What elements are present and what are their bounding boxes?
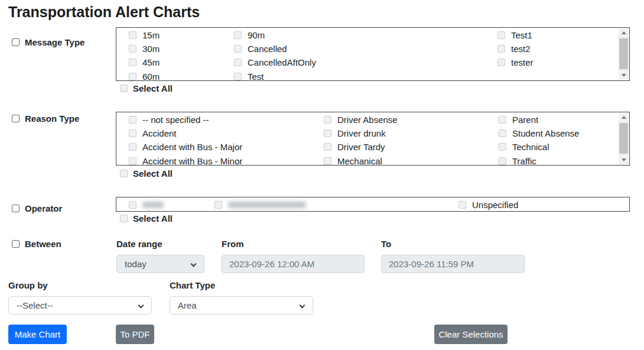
list-item[interactable] <box>214 198 306 212</box>
list-item-label[interactable]: 60m <box>142 72 160 81</box>
clear-selections-button[interactable]: Clear Selections <box>434 325 508 344</box>
list-item-checkbox[interactable] <box>324 129 331 137</box>
list-item-checkbox[interactable] <box>497 31 505 39</box>
between-checkbox[interactable] <box>12 240 19 248</box>
scrollbar-thumb[interactable] <box>619 123 628 154</box>
list-item-checkbox[interactable] <box>129 116 136 124</box>
select-all-checkbox[interactable] <box>120 170 128 177</box>
list-item[interactable]: 15m <box>129 28 160 42</box>
list-item-label[interactable]: Mechanical <box>337 156 382 166</box>
list-item-checkbox[interactable] <box>234 31 242 39</box>
list-item-label[interactable]: Student Absense <box>512 128 579 138</box>
operator-listbox[interactable]: Unspecified <box>116 197 630 212</box>
scrollbar-thumb[interactable] <box>619 38 628 69</box>
list-item[interactable]: Accident with Bus - Major <box>129 140 242 154</box>
list-item-checkbox[interactable] <box>129 201 136 209</box>
list-item-checkbox[interactable] <box>458 201 466 209</box>
list-item-checkbox[interactable] <box>234 45 242 53</box>
from-input[interactable] <box>222 255 365 273</box>
list-item-label[interactable]: Cancelled <box>248 44 287 54</box>
list-item[interactable]: Test1 <box>497 28 534 42</box>
list-item-checkbox[interactable] <box>499 157 506 165</box>
list-item[interactable]: 90m <box>234 28 316 42</box>
list-item-label[interactable]: Traffic <box>512 156 536 166</box>
list-item[interactable]: Driver Tardy <box>324 140 398 154</box>
list-item-label[interactable]: Accident with Bus - Minor <box>142 156 242 166</box>
select-all-checkbox[interactable] <box>120 85 128 92</box>
list-item-checkbox[interactable] <box>129 45 136 53</box>
select-all-label[interactable]: Select All <box>133 83 173 93</box>
list-item-checkbox[interactable] <box>129 143 136 151</box>
list-item-checkbox[interactable] <box>497 45 505 53</box>
reason-type-select-all[interactable]: Select All <box>120 168 173 178</box>
scrollbar-down-button[interactable] <box>619 155 629 164</box>
list-item-checkbox[interactable] <box>499 116 506 124</box>
list-item-label[interactable]: Technical <box>512 142 549 152</box>
list-item-checkbox[interactable] <box>234 59 242 66</box>
list-item[interactable]: Parent <box>499 113 579 127</box>
list-item[interactable]: 60m <box>129 70 160 81</box>
scrollbar-up-button[interactable] <box>619 113 629 122</box>
scrollbar-down-button[interactable] <box>619 71 629 80</box>
list-item[interactable]: 30m <box>129 42 160 56</box>
scrollbar-up-button[interactable] <box>619 28 629 37</box>
list-item[interactable]: Driver drunk <box>324 127 398 140</box>
list-item-checkbox[interactable] <box>499 143 506 151</box>
list-item-label[interactable]: Driver Tardy <box>337 142 385 152</box>
reason-type-listbox[interactable]: -- not specified --AccidentAccident with… <box>116 112 630 166</box>
list-item[interactable]: Student Absense <box>499 127 579 140</box>
reason-type-scrollbar[interactable] <box>619 113 629 164</box>
list-item-label[interactable]: tester <box>511 57 534 67</box>
select-all-checkbox[interactable] <box>120 215 128 222</box>
group-by-select[interactable]: --Select-- <box>8 296 152 315</box>
list-item-checkbox[interactable] <box>497 59 505 66</box>
list-item[interactable]: Technical <box>499 140 579 154</box>
list-item-label[interactable]: CancelledAftOnly <box>248 57 316 67</box>
message-type-checkbox[interactable] <box>12 38 19 46</box>
operator-select-all[interactable]: Select All <box>120 213 173 223</box>
list-item-checkbox[interactable] <box>129 31 136 39</box>
list-item-checkbox[interactable] <box>324 157 331 165</box>
message-type-listbox[interactable]: 15m30m45m60m90mCancelledCancelledAftOnly… <box>116 27 630 81</box>
list-item-label[interactable]: Unspecified <box>472 200 518 210</box>
list-item-checkbox[interactable] <box>214 201 222 209</box>
list-item[interactable]: 45m <box>129 56 160 69</box>
list-item-label[interactable]: 45m <box>142 57 160 67</box>
list-item-label[interactable]: Driver drunk <box>337 128 386 138</box>
message-type-scrollbar[interactable] <box>619 28 629 80</box>
list-item-checkbox[interactable] <box>499 129 506 137</box>
list-item[interactable]: Unspecified <box>458 198 518 212</box>
list-item-label[interactable]: Parent <box>512 115 538 125</box>
chart-type-select[interactable]: Area <box>170 296 313 315</box>
list-item-checkbox[interactable] <box>324 143 331 151</box>
operator-checkbox[interactable] <box>12 205 19 212</box>
list-item[interactable]: Traffic <box>499 154 579 166</box>
list-item-label[interactable]: Driver Absense <box>337 115 398 125</box>
list-item[interactable]: -- not specified -- <box>129 113 242 127</box>
list-item[interactable]: test2 <box>497 42 534 56</box>
list-item-checkbox[interactable] <box>234 73 242 80</box>
list-item-label[interactable]: 15m <box>142 30 160 40</box>
list-item-label[interactable]: test2 <box>511 44 531 54</box>
list-item-checkbox[interactable] <box>324 116 331 124</box>
list-item-checkbox[interactable] <box>129 59 136 66</box>
message-type-select-all[interactable]: Select All <box>120 83 173 93</box>
reason-type-checkbox[interactable] <box>12 115 19 122</box>
list-item-label[interactable]: Accident <box>142 128 177 138</box>
list-item-checkbox[interactable] <box>129 73 136 80</box>
to-pdf-button[interactable]: To PDF <box>116 325 154 344</box>
to-input[interactable] <box>381 255 525 273</box>
list-item[interactable]: CancelledAftOnly <box>234 56 316 69</box>
list-item-label[interactable]: 30m <box>142 44 160 54</box>
date-range-select[interactable]: today <box>116 255 204 273</box>
list-item-checkbox[interactable] <box>129 129 136 137</box>
list-item-label[interactable]: 90m <box>248 30 265 40</box>
list-item-label[interactable]: Test1 <box>511 30 532 40</box>
list-item-label[interactable]: -- not specified -- <box>142 115 209 125</box>
list-item-label[interactable]: Accident with Bus - Major <box>142 142 242 152</box>
make-chart-button[interactable]: Make Chart <box>8 325 67 344</box>
list-item[interactable]: Test <box>234 70 316 81</box>
list-item[interactable]: Accident <box>129 127 242 140</box>
list-item[interactable]: Cancelled <box>234 42 316 56</box>
list-item[interactable]: Driver Absense <box>324 113 398 127</box>
